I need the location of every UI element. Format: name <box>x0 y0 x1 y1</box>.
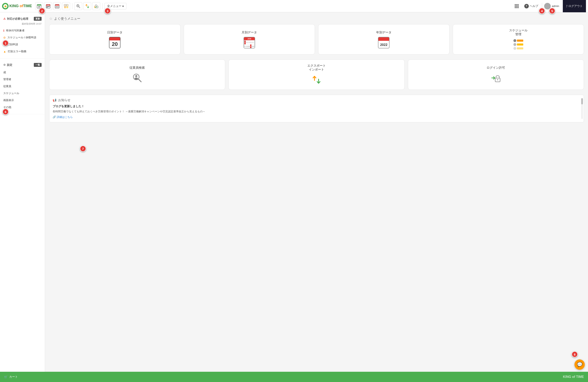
svg-rect-14 <box>48 7 49 7</box>
top-navbar: 😊 KING ofTIME 20 JAN <box>0 0 588 12</box>
sidebar-item-paid-leave[interactable]: ℹ 有休付与対象者 <box>0 27 45 34</box>
monthly-data-nav-btn[interactable]: JAN <box>44 2 52 10</box>
yearly-cal-icon: 2022 <box>378 37 389 48</box>
warning-orange-icon-1: ⊘ <box>3 36 6 39</box>
sidebar: ⚠ 対応が必要な処理 更新 最終取得時間 14:07 ℹ 有休付与対象者 ⊘ ス… <box>0 12 45 372</box>
svg-rect-11 <box>49 6 50 6</box>
notice-item-text: 長時間労働でなくても抑えておくべき労務管理のポイント！ ～過重労働解消キャンペー… <box>53 110 580 113</box>
menu-card-employee-search[interactable]: 従業員検索 <box>49 59 225 90</box>
svg-text:2022: 2022 <box>56 6 59 8</box>
main-content: ☆ よく使うメニュー 日別データ 20 月別データ JAN <box>45 12 588 372</box>
svg-rect-34 <box>518 4 519 5</box>
login-perm-nav-btn[interactable] <box>92 2 100 10</box>
last-update-time: 最終取得時間 14:07 <box>0 22 45 27</box>
svg-rect-36 <box>516 5 517 7</box>
monthly-cal-icon: JAN 1 2 3 4 5 6 7 8 9 10 11 12 13 <box>244 37 255 48</box>
daily-data-nav-btn[interactable]: 20 <box>35 2 43 10</box>
logout-btn[interactable]: ⤴ ログアウト <box>563 0 586 12</box>
export-import-icon <box>311 74 322 86</box>
svg-line-44 <box>138 79 141 82</box>
footer: 🛒 カート KING of TIME <box>0 372 588 382</box>
list-badge[interactable]: 一覧 <box>34 63 42 67</box>
svg-rect-35 <box>515 5 516 7</box>
gear-icon: ⚙ <box>3 63 6 67</box>
admin-section: admin <box>542 3 561 9</box>
sidebar-item-other[interactable]: その他 <box>0 104 45 111</box>
menu-card-schedule[interactable]: スケジュール管理 <box>453 24 584 55</box>
star-icon: ☆ <box>49 16 52 21</box>
warning-orange-icon-2: ⊘ <box>3 43 6 46</box>
svg-rect-40 <box>518 7 519 8</box>
svg-rect-12 <box>46 7 47 7</box>
sidebar-item-punch-error[interactable]: ▲ 打刻エラー勤務 <box>0 48 45 55</box>
menu-grid-row1: 日別データ 20 月別データ JAN 1 2 3 4 <box>49 24 584 55</box>
logo-text: KING ofTIME <box>9 4 32 8</box>
sidebar-item-schedule[interactable]: スケジュール <box>0 90 45 97</box>
logout-icon: ⤴ <box>566 4 567 8</box>
sidebar-item-admin[interactable]: 管理者 <box>0 76 45 83</box>
warning-triangle-icon: ▲ <box>3 50 6 53</box>
info-red-icon: ℹ <box>3 29 4 32</box>
yearly-data-nav-btn[interactable]: 2022 <box>53 2 61 10</box>
chevron-down-icon: ▾ <box>122 4 124 8</box>
apps-icon[interactable] <box>513 2 521 10</box>
menu-card-daily[interactable]: 日別データ 20 <box>49 24 181 55</box>
sidebar-item-punch-request[interactable]: ⊘ 打刻申請 <box>0 41 45 48</box>
export-import-nav-btn[interactable] <box>84 2 91 10</box>
menu-card-export-import[interactable]: エクスポートインポート <box>229 59 404 90</box>
svg-rect-9 <box>47 6 48 6</box>
employee-search-icon <box>131 72 143 84</box>
sidebar-item-employee[interactable]: 従業員 <box>0 83 45 90</box>
notice-detail-link[interactable]: 🔗 詳細はこちら <box>53 115 580 119</box>
cart-label: カート <box>9 375 18 379</box>
menu-card-yearly[interactable]: 年別データ 2022 <box>318 24 449 55</box>
sidebar-item-create[interactable]: 成 <box>0 69 45 76</box>
help-btn[interactable]: ? ヘルプ <box>522 3 540 10</box>
svg-point-31 <box>97 7 97 7</box>
svg-text:20: 20 <box>38 6 40 8</box>
chat-btn[interactable]: 💬 <box>574 360 585 370</box>
svg-rect-33 <box>516 4 517 5</box>
sidebar-item-display[interactable]: 画面表示 <box>0 97 45 104</box>
footer-logo: KING of TIME <box>563 375 584 379</box>
external-link-icon: 🔗 <box>53 115 56 118</box>
schedule-nav-btn[interactable] <box>62 2 70 10</box>
svg-rect-23 <box>64 6 66 8</box>
cart-icon: 🛒 <box>4 375 8 379</box>
notice-section: 📢 お知らせ ブログを更新しました！ 長時間労働でなくても抑えておくべき労務管理… <box>49 95 584 122</box>
menu-card-login-perm[interactable]: ログイン許可 <box>408 59 584 90</box>
sidebar-section1-header: ⚠ 対応が必要な処理 更新 <box>0 16 45 22</box>
frequently-used-header: ☆ よく使うメニュー <box>49 16 584 21</box>
svg-rect-38 <box>515 7 516 8</box>
notice-item: ブログを更新しました！ 長時間労働でなくても抑えておくべき労務管理のポイント！ … <box>53 105 580 119</box>
svg-rect-26 <box>67 5 68 5</box>
svg-rect-10 <box>48 6 49 6</box>
logo: 😊 KING ofTIME <box>2 3 32 9</box>
login-perm-icon <box>490 72 502 84</box>
notice-item-title: ブログを更新しました！ <box>53 105 580 108</box>
menu-card-monthly[interactable]: 月別データ JAN 1 2 3 4 5 6 7 8 9 10 11 <box>184 24 315 55</box>
svg-rect-8 <box>46 6 47 6</box>
cart-section[interactable]: 🛒 カート <box>4 375 18 379</box>
sidebar-item-schedule-request[interactable]: ⊘ スケジュール / 休暇申請 <box>0 34 45 41</box>
scrollbar-thumb <box>581 98 583 104</box>
svg-rect-16 <box>46 7 47 8</box>
notice-scrollbar[interactable] <box>581 98 583 119</box>
admin-name: admin <box>552 4 559 8</box>
nav-separator-1 <box>72 3 72 9</box>
svg-rect-32 <box>515 4 516 5</box>
sidebar-section-settings: ⚙ 設定 一覧 成 管理者 従業員 スケジュール 画面表示 その他 <box>0 62 45 114</box>
svg-point-42 <box>135 75 137 77</box>
update-badge[interactable]: 更新 <box>34 17 42 21</box>
all-menu-btn[interactable]: 全メニュー ▾ <box>105 3 126 9</box>
help-icon: ? <box>524 4 529 8</box>
menu-grid-row2: 従業員検索 エクスポートインポート <box>49 59 584 90</box>
svg-rect-37 <box>518 5 519 7</box>
svg-rect-24 <box>66 6 68 8</box>
chat-icon: 💬 <box>577 362 583 367</box>
nav-separator-2 <box>102 3 103 9</box>
svg-line-29 <box>79 7 80 8</box>
svg-text:JAN: JAN <box>47 5 49 6</box>
svg-rect-17 <box>47 7 48 8</box>
employee-search-nav-btn[interactable] <box>74 2 82 10</box>
